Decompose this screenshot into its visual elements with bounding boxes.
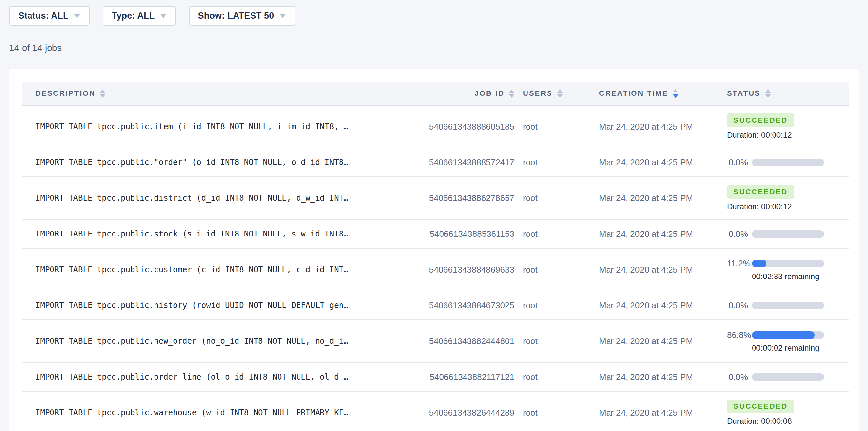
progress-percent: 0.0%	[727, 301, 748, 311]
job-status: SUCCEEDEDDuration: 00:00:12	[727, 185, 849, 211]
filter-bar: Status: ALL Type: ALL Show: LATEST 50	[0, 0, 868, 26]
table-row: IMPORT TABLE tpcc.public.stock (s_i_id I…	[22, 220, 849, 249]
progress-line: 0.0%	[727, 157, 849, 167]
status-badge: SUCCEEDED	[727, 114, 794, 127]
job-user: root	[523, 157, 599, 167]
column-header-users[interactable]: USERS	[523, 89, 599, 98]
job-status: 0.0%	[727, 301, 849, 311]
table-row: IMPORT TABLE tpcc.public.history (rowid …	[22, 291, 849, 320]
job-description: IMPORT TABLE tpcc.public.customer (c_id …	[22, 265, 383, 274]
progress-fill	[752, 331, 814, 339]
column-header-creation-time[interactable]: CREATION TIME	[599, 89, 727, 98]
job-status: 0.0%	[727, 372, 849, 382]
progress-bar	[752, 230, 824, 238]
job-description: IMPORT TABLE tpcc.public.history (rowid …	[22, 301, 383, 310]
sort-icon	[765, 90, 771, 98]
job-description: IMPORT TABLE tpcc.public.warehouse (w_id…	[22, 408, 383, 417]
status-duration: Duration: 00:00:12	[727, 202, 849, 211]
progress-bar	[752, 331, 824, 339]
table-row: IMPORT TABLE tpcc.public.warehouse (w_id…	[22, 392, 849, 431]
column-header-status[interactable]: STATUS	[727, 89, 849, 98]
progress-percent: 0.0%	[727, 157, 748, 167]
chevron-down-icon	[160, 14, 167, 18]
progress-bar	[752, 302, 824, 309]
column-header-description[interactable]: DESCRIPTION	[22, 89, 383, 98]
job-creation-time: Mar 24, 2020 at 4:25 PM	[599, 229, 727, 239]
table-row: IMPORT TABLE tpcc.public.new_order (no_o…	[22, 320, 849, 363]
sort-icon	[509, 90, 515, 98]
status-filter-label: Status: ALL	[19, 11, 68, 21]
sort-icon	[557, 90, 563, 98]
jobs-table-card: DESCRIPTION JOB ID USERS CREATION TIME S…	[9, 69, 859, 431]
column-header-job-id[interactable]: JOB ID	[383, 89, 523, 98]
table-row: IMPORT TABLE tpcc.public.order_line (ol_…	[22, 363, 849, 392]
job-user: root	[523, 265, 599, 275]
job-id: 540661343888572417	[383, 157, 523, 167]
chevron-down-icon	[279, 14, 286, 18]
job-user: root	[523, 122, 599, 132]
job-id: 540661343888605185	[383, 122, 523, 132]
status-badge: SUCCEEDED	[727, 185, 794, 199]
table-row: IMPORT TABLE tpcc.public.item (i_id INT8…	[22, 105, 849, 148]
jobs-table: DESCRIPTION JOB ID USERS CREATION TIME S…	[22, 82, 849, 431]
progress-bar	[752, 159, 824, 166]
job-user: root	[523, 301, 599, 311]
progress-line: 11.2%	[727, 258, 849, 269]
column-header-label: USERS	[523, 89, 553, 98]
progress-fill	[752, 260, 766, 267]
job-user: root	[523, 372, 599, 382]
progress-remaining: 00:00:02 remaining	[752, 343, 849, 352]
job-description: IMPORT TABLE tpcc.public.order_line (ol_…	[22, 372, 383, 381]
show-filter-dropdown[interactable]: Show: LATEST 50	[189, 6, 295, 26]
type-filter-dropdown[interactable]: Type: ALL	[103, 6, 176, 26]
job-creation-time: Mar 24, 2020 at 4:25 PM	[599, 408, 727, 418]
progress-percent: 11.2%	[727, 258, 748, 269]
table-row: IMPORT TABLE tpcc.public.customer (c_id …	[22, 249, 849, 291]
job-status: 11.2%00:02:33 remaining	[727, 258, 849, 281]
status-duration: Duration: 00:00:08	[727, 417, 849, 426]
progress-line: 0.0%	[727, 372, 849, 382]
table-row: IMPORT TABLE tpcc.public."order" (o_id I…	[22, 148, 849, 177]
job-user: root	[523, 336, 599, 346]
job-creation-time: Mar 24, 2020 at 4:25 PM	[599, 336, 727, 346]
progress-remaining: 00:02:33 remaining	[752, 272, 849, 281]
job-description: IMPORT TABLE tpcc.public.item (i_id INT8…	[22, 122, 383, 131]
progress-percent: 0.0%	[727, 229, 748, 239]
job-user: root	[523, 229, 599, 239]
job-creation-time: Mar 24, 2020 at 4:25 PM	[599, 157, 727, 167]
job-description: IMPORT TABLE tpcc.public."order" (o_id I…	[22, 158, 383, 167]
job-user: root	[523, 408, 599, 418]
sort-icon	[100, 90, 105, 98]
type-filter-label: Type: ALL	[112, 11, 155, 21]
job-id: 540661343882444801	[383, 336, 523, 346]
job-creation-time: Mar 24, 2020 at 4:25 PM	[599, 193, 727, 203]
job-status: SUCCEEDEDDuration: 00:00:12	[727, 114, 849, 140]
job-id: 540661343884869633	[383, 265, 523, 275]
job-creation-time: Mar 24, 2020 at 4:25 PM	[599, 265, 727, 275]
job-creation-time: Mar 24, 2020 at 4:25 PM	[599, 122, 727, 132]
jobs-count: 14 of 14 jobs	[9, 43, 868, 53]
job-id: 540661343886278657	[383, 193, 523, 203]
job-creation-time: Mar 24, 2020 at 4:25 PM	[599, 301, 727, 311]
job-id: 540661343884673025	[383, 301, 523, 311]
table-row: IMPORT TABLE tpcc.public.district (d_id …	[22, 177, 849, 220]
progress-percent: 0.0%	[727, 372, 748, 382]
column-header-label: JOB ID	[475, 89, 504, 98]
job-creation-time: Mar 24, 2020 at 4:25 PM	[599, 372, 727, 382]
table-body: IMPORT TABLE tpcc.public.item (i_id INT8…	[22, 105, 849, 431]
status-filter-dropdown[interactable]: Status: ALL	[9, 6, 90, 26]
job-status: SUCCEEDEDDuration: 00:00:08	[727, 400, 849, 426]
job-status: 0.0%	[727, 229, 849, 239]
job-description: IMPORT TABLE tpcc.public.new_order (no_o…	[22, 337, 383, 346]
status-duration: Duration: 00:00:12	[727, 130, 849, 140]
progress-percent: 86.8%	[727, 330, 748, 340]
job-status: 0.0%	[727, 157, 849, 167]
status-badge: SUCCEEDED	[727, 400, 794, 413]
column-header-label: STATUS	[727, 89, 761, 98]
job-description: IMPORT TABLE tpcc.public.stock (s_i_id I…	[22, 229, 383, 239]
progress-line: 86.8%	[727, 330, 849, 340]
job-id: 540661343882117121	[383, 372, 523, 382]
progress-line: 0.0%	[727, 301, 849, 311]
job-id: 540661343826444289	[383, 408, 523, 418]
chevron-down-icon	[74, 14, 81, 18]
